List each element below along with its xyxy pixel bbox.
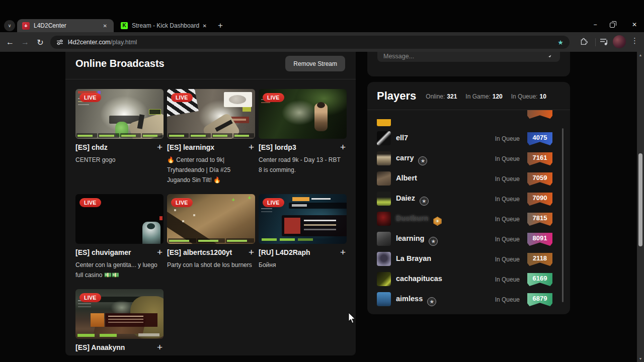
players-stats: Online:321 In Game:120 In Queue:10 (426, 93, 546, 100)
queue-number-ribbon: 6879 (527, 293, 552, 306)
add-stream-icon[interactable]: + (157, 144, 163, 151)
add-stream-icon[interactable]: + (340, 249, 346, 256)
star-badge-icon: ★ (429, 237, 438, 246)
broadcasts-title: Online Broadcasts (75, 58, 165, 69)
player-row[interactable]: learning★ In Queue 8091 (367, 229, 570, 249)
remove-stream-button[interactable]: Remove Stream (285, 56, 345, 71)
tab-close-icon[interactable]: ✕ (201, 22, 208, 30)
stream-thumbnail[interactable]: LIVE (259, 194, 347, 244)
player-name: learning★ (396, 234, 438, 246)
stat-inqueue: In Queue:10 (511, 93, 546, 100)
window-minimize-button[interactable]: − (588, 21, 603, 28)
forward-button[interactable]: → (19, 36, 31, 48)
players-list-scrollbar[interactable] (562, 128, 564, 302)
player-avatar-partial (377, 119, 391, 126)
stream-name[interactable]: [ES] lordp3 (259, 143, 296, 151)
stream-name[interactable]: [ES] Anaakynn (75, 343, 125, 351)
player-row[interactable]: aimless★ In Queue 6879 (367, 289, 570, 309)
add-stream-icon[interactable]: + (340, 144, 346, 151)
window-restore-button[interactable] (610, 23, 615, 28)
stream-card: LIVE [ES] chdz+ CENTER gogo (75, 89, 164, 165)
player-avatar (377, 171, 391, 186)
player-name: aimless★ (396, 295, 436, 306)
media-controls-icon[interactable] (600, 38, 609, 46)
tab-title: L4D2Center (34, 22, 102, 29)
live-badge: LIVE (79, 293, 101, 302)
window-close-button[interactable]: ✕ (627, 21, 642, 28)
player-status: In Queue (495, 135, 520, 142)
tab-close-icon[interactable]: ✕ (102, 22, 109, 30)
stream-thumbnail[interactable]: LIVE (167, 89, 255, 139)
player-row[interactable]: Dustburn✦ In Queue 7815 (367, 209, 570, 229)
stream-name[interactable]: [ES] chdz (75, 143, 108, 151)
player-row[interactable]: Daiez★ In Queue 7090 (367, 189, 570, 209)
message-input[interactable] (383, 52, 541, 60)
browser-toolbar: ← → ↻ l4d2center.com/play.html ★ ⋮ (0, 32, 644, 52)
url-host: l4d2center.com (68, 39, 111, 46)
site-info-icon[interactable] (56, 39, 63, 46)
scrollbar-thumb[interactable] (638, 153, 642, 246)
add-stream-icon[interactable]: + (157, 249, 163, 256)
player-status: In Queue (495, 296, 520, 303)
player-name: Albert (396, 174, 417, 182)
stream-name[interactable]: [ES] chuvigamer (75, 248, 131, 256)
tab-title: Stream - Kick Dashboard (132, 22, 201, 29)
stream-description: Center con la gentita... y luego full ca… (75, 260, 164, 280)
page-scrollbar[interactable]: ▲ ▼ (637, 52, 644, 362)
stream-name[interactable]: [RU] L4D2Raph (259, 248, 310, 256)
player-row[interactable]: Albert In Queue 7059 (367, 168, 570, 189)
browser-window: ∨ + L4D2Center ✕ K Stream - Kick Dashboa… (0, 0, 644, 362)
scroll-up-icon[interactable]: ▲ (637, 53, 644, 57)
extensions-icon[interactable] (579, 37, 588, 46)
player-name: ell7 (396, 134, 408, 142)
back-button[interactable]: ← (4, 36, 16, 48)
live-badge: LIVE (79, 93, 101, 102)
players-header: Players Online:321 In Game:120 In Queue:… (367, 82, 570, 110)
player-row[interactable]: ell7 In Queue 4075 (367, 128, 570, 148)
send-message-icon[interactable] (545, 52, 554, 58)
player-status: In Queue (495, 175, 520, 183)
player-avatar (377, 192, 391, 206)
stream-card: ++ LIVE [ES] albertcs1200yt+ Party con l… (167, 194, 255, 270)
stream-name[interactable]: [ES] albertcs1200yt (167, 248, 232, 256)
tab-kick-dashboard[interactable]: K Stream - Kick Dashboard ✕ (116, 19, 213, 32)
browser-menu-icon[interactable]: ⋮ (631, 36, 638, 45)
bookmark-star-icon[interactable]: ★ (557, 39, 564, 46)
stream-description: Бойня (259, 260, 347, 270)
star-badge-icon: ★ (427, 297, 436, 306)
tab-l4d2center[interactable]: + L4D2Center ✕ (17, 19, 114, 32)
divider (65, 79, 356, 79)
profile-avatar[interactable] (613, 35, 626, 48)
player-status: In Queue (495, 196, 520, 203)
address-bar[interactable]: l4d2center.com/play.html ★ (50, 36, 570, 49)
broadcasts-header: Online Broadcasts Remove Stream (65, 52, 356, 79)
stream-card: LIVE [RU] L4D2Raph+ Бойня (259, 194, 347, 270)
stream-thumbnail[interactable]: LIVE (259, 89, 347, 139)
player-name: Daiez★ (396, 194, 429, 206)
gold-badge-icon: ✦ (433, 217, 442, 226)
url-path: /play.html (111, 39, 137, 46)
scroll-down-icon[interactable]: ▼ (637, 357, 644, 360)
chat-panel (367, 52, 570, 76)
message-box (377, 52, 560, 62)
new-tab-button[interactable]: + (218, 21, 223, 31)
player-row[interactable]: cachapitucas In Queue 6169 (367, 269, 570, 289)
player-status: In Queue (495, 256, 520, 263)
stream-thumbnail[interactable]: LIVE (75, 89, 164, 139)
player-row[interactable]: carry★ In Queue 7161 (367, 148, 570, 168)
player-row[interactable]: La Brayan In Queue 2118 (367, 249, 570, 269)
tab-search-button[interactable]: ∨ (4, 20, 15, 31)
stream-thumbnail[interactable]: LIVE (75, 194, 164, 244)
stream-thumbnail[interactable]: LIVE (75, 289, 164, 339)
reload-button[interactable]: ↻ (34, 36, 46, 48)
player-avatar (377, 151, 391, 165)
stream-name[interactable]: [ES] learningx (167, 143, 214, 151)
kick-favicon-icon: K (121, 22, 128, 29)
stream-thumbnail[interactable]: ++ LIVE (167, 194, 255, 244)
add-stream-icon[interactable]: + (249, 144, 254, 151)
queue-number-ribbon: 4075 (527, 132, 552, 145)
add-stream-icon[interactable]: + (157, 344, 163, 351)
stat-ingame: In Game:120 (465, 93, 502, 100)
stream-card: LIVE [ES] learningx+ 🔥 Center road to 9k… (167, 89, 255, 185)
add-stream-icon[interactable]: + (249, 249, 254, 256)
